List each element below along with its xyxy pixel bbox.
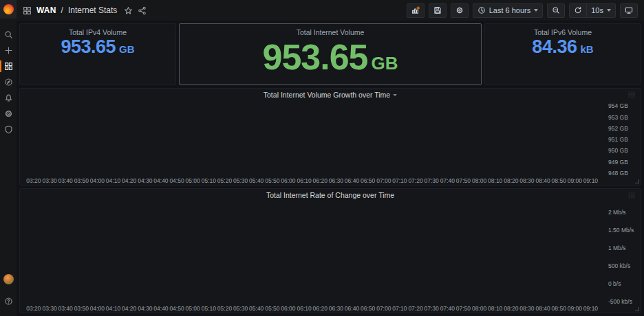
- zoom-out-icon: [552, 6, 560, 14]
- sidebar-item-dashboards[interactable]: [0, 58, 17, 74]
- x-axis-labels: 03:2003:3003:4003:5004:0004:1004:2004:30…: [24, 176, 603, 185]
- dashboard-grid: Total IPv4 Volume 953.65 GB Total Intern…: [17, 21, 644, 316]
- breadcrumb-dashboard-folder[interactable]: WAN: [36, 5, 56, 15]
- x-tick-label: 06:40: [345, 177, 359, 184]
- stat-value-group: 953.65 GB: [262, 36, 398, 87]
- sidebar-item-server-admin[interactable]: [0, 122, 17, 137]
- x-tick-label: 04:40: [153, 305, 168, 312]
- sidebar-item-explore[interactable]: [0, 74, 17, 90]
- x-tick-label: 07:40: [440, 177, 455, 184]
- x-tick-label: 04:00: [90, 177, 105, 184]
- x-tick-label: 04:20: [122, 177, 136, 184]
- star-icon[interactable]: [124, 6, 133, 15]
- x-tick-label: 08:30: [519, 305, 534, 312]
- rate-line-chart[interactable]: [24, 201, 603, 304]
- zoom-out-time-button[interactable]: [547, 3, 565, 18]
- x-tick-label: 04:30: [138, 305, 152, 312]
- tv-mode-button[interactable]: [620, 3, 638, 18]
- x-tick-label: 05:00: [186, 305, 200, 312]
- dashboard-settings-button[interactable]: [451, 3, 469, 18]
- panel-title[interactable]: Total Internet Volume: [297, 28, 365, 36]
- refresh-picker[interactable]: 10s: [569, 3, 616, 18]
- stat-unit: GB: [119, 43, 135, 55]
- stat-value: 953.65: [262, 36, 367, 78]
- dashboards-icon: [4, 62, 13, 71]
- sidebar-item-help[interactable]: [0, 293, 17, 309]
- grafana-app: WAN / Internet Stats Last 6 hours: [0, 0, 644, 316]
- y-tick-label: 500 kb/s: [608, 262, 630, 269]
- x-tick-label: 05:30: [233, 305, 248, 312]
- x-tick-label: 08:30: [519, 177, 534, 184]
- panel-rate-of-change-chart: Total Internet Rate of Change over Time …: [19, 188, 641, 313]
- panel-resize-handle[interactable]: [635, 307, 639, 311]
- panel-resize-handle[interactable]: [635, 179, 639, 183]
- chart-body: 03:2003:3003:4003:5004:0004:1004:2004:30…: [20, 201, 641, 313]
- refresh-interval-label: 10s: [591, 6, 603, 14]
- share-icon[interactable]: [138, 6, 147, 15]
- plot-column: 03:2003:3003:4003:5004:0004:1004:2004:30…: [24, 101, 603, 185]
- stat-value: 84.36: [532, 36, 577, 58]
- configuration-gear-icon: [4, 109, 13, 118]
- panel-header[interactable]: Total Internet Volume Growth over Time: [20, 89, 641, 101]
- panel-title[interactable]: Total Internet Volume Growth over Time: [264, 91, 390, 99]
- x-tick-label: 07:50: [456, 177, 471, 184]
- x-tick-label: 04:10: [106, 177, 120, 184]
- breadcrumb-page-title[interactable]: Internet Stats: [68, 5, 117, 15]
- panel-title[interactable]: Total IPv6 Volume: [534, 28, 592, 36]
- x-tick-label: 09:10: [583, 177, 598, 184]
- sidebar-item-search[interactable]: [0, 27, 17, 43]
- panel-title[interactable]: Total IPv4 Volume: [69, 28, 127, 36]
- x-tick-label: 08:40: [535, 305, 550, 312]
- sidebar-item-create[interactable]: [0, 43, 17, 58]
- stat-value: 953.65: [61, 36, 116, 58]
- panel-title[interactable]: Total Internet Rate of Change over Time: [266, 191, 394, 199]
- x-tick-label: 04:50: [169, 305, 184, 312]
- panel-refresh-button[interactable]: [628, 192, 635, 200]
- save-dashboard-button[interactable]: [429, 3, 447, 18]
- growth-chart-plot[interactable]: [24, 101, 603, 176]
- x-tick-label: 06:00: [281, 177, 295, 184]
- y-tick-label: 954 GB: [608, 102, 628, 109]
- user-avatar: [3, 274, 14, 284]
- add-panel-icon: [411, 6, 420, 14]
- y-axis-labels: 948 GB949 GB950 GB951 GB952 GB953 GB954 …: [603, 101, 641, 176]
- x-tick-label: 04:40: [153, 177, 168, 184]
- x-tick-label: 04:20: [122, 305, 136, 312]
- panel-total-ipv4-volume[interactable]: Total IPv4 Volume 953.65 GB: [19, 23, 176, 85]
- x-tick-label: 08:20: [504, 177, 518, 184]
- x-tick-label: 03:40: [58, 305, 72, 312]
- x-tick-label: 07:10: [392, 177, 407, 184]
- breadcrumb: WAN / Internet Stats: [23, 5, 147, 15]
- y-tick-label: 948 GB: [608, 170, 628, 177]
- add-panel-button[interactable]: [407, 3, 425, 18]
- x-tick-label: 07:20: [408, 305, 422, 312]
- sidebar-item-profile[interactable]: [0, 271, 17, 287]
- grafana-logo[interactable]: [0, 0, 17, 19]
- refresh-icon: [574, 6, 582, 14]
- x-tick-label: 03:30: [42, 305, 56, 312]
- time-range-picker[interactable]: Last 6 hours: [473, 3, 544, 18]
- sidebar-item-alerting[interactable]: [0, 90, 17, 106]
- sidebar-item-configuration[interactable]: [0, 106, 17, 122]
- x-tick-label: 04:10: [106, 305, 120, 312]
- panel-total-ipv6-volume[interactable]: Total IPv6 Volume 84.36 kB: [484, 23, 641, 85]
- y-tick-label: 951 GB: [608, 136, 628, 143]
- x-tick-label: 09:10: [583, 305, 598, 312]
- x-tick-label: 05:50: [265, 305, 279, 312]
- x-tick-label: 04:30: [138, 177, 152, 184]
- chevron-down-icon: [607, 9, 611, 12]
- x-tick-label: 07:10: [392, 305, 407, 312]
- x-tick-label: 08:00: [472, 177, 486, 184]
- panel-header[interactable]: Total Internet Rate of Change over Time: [20, 189, 641, 201]
- x-tick-label: 03:20: [26, 305, 41, 312]
- x-tick-label: 09:00: [568, 177, 582, 184]
- x-tick-label: 05:20: [217, 305, 232, 312]
- rate-chart-plot[interactable]: [24, 201, 603, 304]
- x-tick-label: 07:00: [376, 177, 391, 184]
- x-tick-label: 05:00: [186, 177, 200, 184]
- panel-total-internet-volume[interactable]: Total Internet Volume 953.65 GB: [179, 23, 482, 85]
- panel-refresh-button[interactable]: [628, 91, 635, 100]
- growth-line-chart[interactable]: [24, 101, 603, 176]
- y-tick-label: 1.50 Mb/s: [608, 227, 634, 234]
- refresh-icon: [628, 91, 635, 98]
